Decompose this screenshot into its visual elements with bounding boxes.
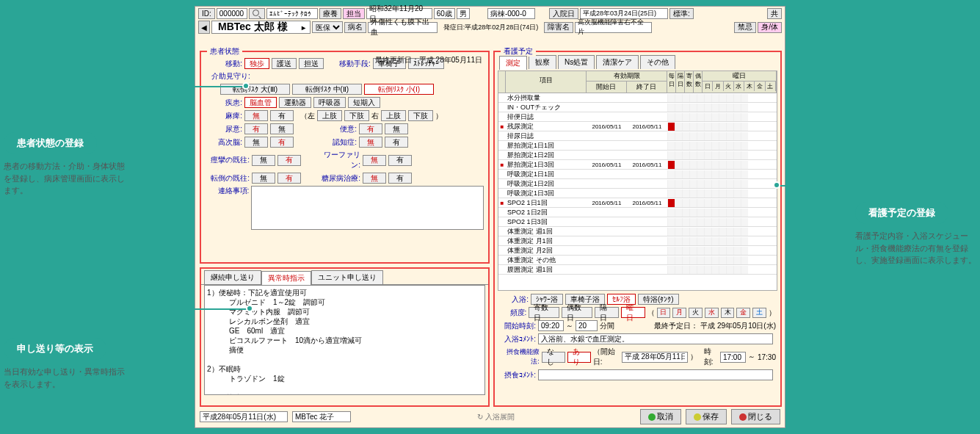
sched-tab-4[interactable]: その他: [640, 55, 675, 69]
meal-nashi[interactable]: なし: [542, 352, 565, 363]
hoken-select[interactable]: 医保: [312, 21, 343, 33]
tentou-ari[interactable]: 有: [277, 173, 301, 184]
mahi-ari[interactable]: 有: [270, 110, 294, 121]
meal-ari[interactable]: あり: [567, 352, 591, 363]
shougai: 高次脳機能障害右不全片: [575, 22, 652, 33]
risk-2[interactable]: 転倒ﾘｽｸ 小(Ⅰ): [364, 84, 434, 95]
war-ari[interactable]: 有: [388, 155, 412, 166]
tounyou-ari[interactable]: 有: [388, 173, 412, 184]
duration-input[interactable]: [576, 320, 598, 331]
keiren-ari[interactable]: 有: [277, 155, 301, 166]
l-kashi[interactable]: 下肢: [344, 110, 369, 121]
idou-opt-1[interactable]: 護送: [272, 58, 297, 69]
freq-1[interactable]: 偶数日: [562, 307, 592, 318]
start-time-input[interactable]: [538, 320, 564, 331]
table-row[interactable]: 水分摂取量: [498, 93, 777, 103]
wd-mon[interactable]: 月: [672, 308, 686, 318]
renraku-textarea[interactable]: [251, 186, 484, 230]
table-row[interactable]: 腹囲測定 週1回: [498, 265, 777, 275]
risk-1[interactable]: 転倒ﾘｽｸ 中(Ⅱ): [292, 84, 362, 95]
bath-comment-input[interactable]: [538, 333, 773, 344]
table-row[interactable]: 体重測定 月2回: [498, 246, 777, 256]
notes-body[interactable]: 1）便秘時：下記を適宜使用可 プルゼニド 1～2錠 調節可 マグミット内服 調節…: [204, 285, 485, 395]
table-row[interactable]: SPO2 1日3回: [498, 217, 777, 227]
table-row[interactable]: 脈拍測定1日1回: [498, 141, 777, 151]
annotation-sched: 看護予定の登録 看護予定内容・入浴スケジュール・摂食機能療法の有無を登録し、実施…: [855, 202, 976, 267]
meal-time-input[interactable]: [720, 352, 746, 363]
table-row[interactable]: 排尿日誌: [498, 131, 777, 141]
freq-0[interactable]: 寄数日: [529, 307, 559, 318]
magnifier-icon: [253, 10, 261, 18]
table-row[interactable]: 体重測定 月1回: [498, 236, 777, 246]
ben-ari[interactable]: 有: [359, 123, 382, 134]
notes-tab-1[interactable]: 異常時指示: [261, 271, 311, 285]
bath-3[interactable]: 特浴(ﾀﾝｸ): [638, 294, 679, 305]
table-row[interactable]: ■残尿測定2016/05/112016/05/11: [498, 122, 777, 131]
shikkan-1[interactable]: 運動器: [279, 97, 311, 108]
table-row[interactable]: 脈拍測定1日2回: [498, 151, 777, 160]
mahi-nashi[interactable]: 無: [244, 110, 268, 121]
ben-nashi[interactable]: 無: [385, 123, 408, 134]
notes-tab-0[interactable]: 継続申し送り: [204, 270, 261, 284]
table-row[interactable]: 排便日誌: [498, 112, 777, 122]
patient-name[interactable]: MBTec 太郎 様: [211, 21, 311, 34]
sched-tab-1[interactable]: 観察: [529, 55, 556, 69]
shikkan-2[interactable]: 呼吸器: [313, 97, 346, 108]
notes-tab-2[interactable]: ユニット申し送り: [311, 270, 383, 284]
nyou-nashi[interactable]: 無: [270, 123, 294, 134]
table-row[interactable]: 呼吸測定1日2回: [498, 179, 777, 189]
prev-patient-button[interactable]: ◀: [198, 21, 210, 34]
sex: 男: [457, 8, 470, 19]
table-row[interactable]: SPO2 1日2回: [498, 208, 777, 217]
wd-thu[interactable]: 木: [721, 308, 735, 318]
war-nashi[interactable]: 無: [363, 155, 386, 166]
wd-wed[interactable]: 水: [705, 308, 719, 318]
dept-label: 療養: [319, 8, 341, 19]
table-row[interactable]: ■SPO2 1日1回2016/05/112016/05/11: [498, 198, 777, 208]
restore-button[interactable]: ↻入浴展開: [477, 412, 515, 422]
last-updated: 最終更新日：平成 28年05月11日: [375, 55, 482, 65]
ninchi-nashi[interactable]: 無: [359, 137, 382, 148]
tounyou-nashi[interactable]: 無: [363, 173, 386, 184]
sched-table[interactable]: 項目 有効期限 開始日終了日 毎日 隔日 寄数 偶数 曜日 日月火水木金土 水分…: [498, 70, 777, 291]
ninchi-ari[interactable]: 有: [385, 137, 408, 148]
cancel-button[interactable]: 取消: [640, 409, 681, 424]
annotation-badge: 申し送り等の表示: [4, 338, 106, 360]
wd-sun[interactable]: 日: [657, 308, 671, 318]
sched-tab-3[interactable]: 清潔ケア: [596, 55, 639, 69]
wd-fri[interactable]: 金: [736, 308, 750, 318]
wd-tue[interactable]: 火: [689, 308, 703, 318]
l-joshi[interactable]: 上肢: [317, 110, 342, 121]
wd-sat[interactable]: 土: [752, 308, 766, 318]
table-row[interactable]: 呼吸測定1日1回: [498, 170, 777, 179]
tentou-nashi[interactable]: 無: [252, 173, 275, 184]
shikkan-3[interactable]: 短期入: [348, 97, 380, 108]
idou-opt-0[interactable]: 独歩: [244, 58, 269, 69]
r-kashi[interactable]: 下肢: [408, 110, 433, 121]
sched-tab-0[interactable]: 測定: [499, 56, 527, 70]
shikkan-0[interactable]: 脳血管: [244, 97, 277, 108]
r-joshi[interactable]: 上肢: [381, 110, 406, 121]
ward: 病棟-000-0: [487, 8, 535, 19]
table-row[interactable]: IN・OUTチェック: [498, 103, 777, 112]
table-row[interactable]: 体重測定 週1回: [498, 227, 777, 236]
meal-start-input[interactable]: [622, 352, 688, 363]
nyou-ari[interactable]: 有: [244, 123, 268, 134]
save-button[interactable]: 保存: [686, 409, 727, 424]
circle-icon: [694, 413, 701, 421]
table-row[interactable]: 呼吸測定1日3回: [498, 189, 777, 198]
freq-2[interactable]: 隔日: [595, 307, 619, 318]
search-button[interactable]: [249, 8, 265, 19]
table-row[interactable]: ■脈拍測定1日3回2016/05/112016/05/11: [498, 160, 777, 170]
freq-3[interactable]: 曜日: [621, 307, 645, 318]
kouji-ari[interactable]: 有: [270, 137, 294, 148]
close-button[interactable]: 閉じる: [731, 409, 780, 424]
kouji-nashi[interactable]: 無: [244, 137, 268, 148]
keiren-nashi[interactable]: 無: [252, 155, 275, 166]
table-row[interactable]: 体重測定 その他: [498, 256, 777, 265]
meal-comment-input[interactable]: [538, 369, 773, 380]
meal-comment-label: 摂食ｺﾒﾝﾄ:: [499, 370, 536, 380]
idou-opt-2[interactable]: 担送: [299, 58, 324, 69]
shougai-label: 障害名: [544, 22, 573, 33]
sched-tab-2[interactable]: Ns処置: [558, 55, 595, 69]
